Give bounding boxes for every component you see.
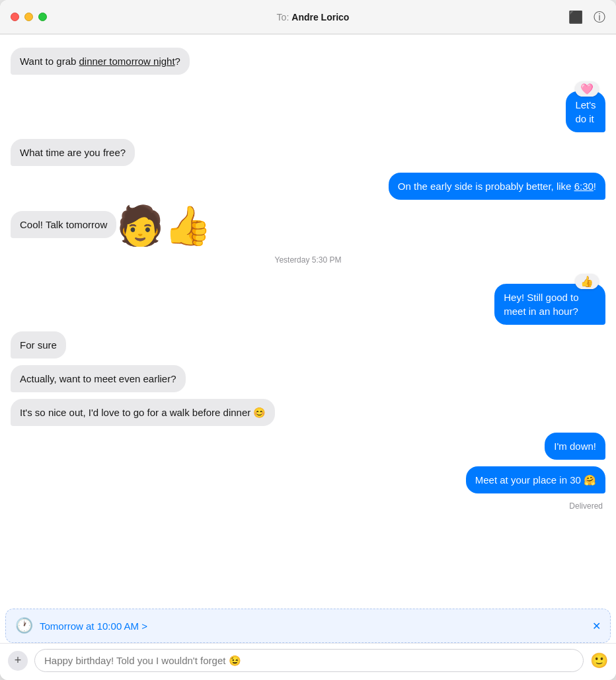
message-bubble: I'm down! <box>545 433 605 460</box>
traffic-lights <box>11 13 47 21</box>
fullscreen-button[interactable] <box>38 13 47 21</box>
message-row: Hey! Still good to meet in an hour? <box>435 284 605 325</box>
info-icon[interactable]: ⓘ <box>594 9 605 25</box>
emoji-picker-button[interactable]: 🙂 <box>590 652 608 669</box>
message-row: It's so nice out, I'd love to go for a w… <box>11 399 605 426</box>
message-bubble: It's so nice out, I'd love to go for a w… <box>11 399 275 426</box>
timestamp-divider: Yesterday 5:30 PM <box>11 255 605 265</box>
schedule-text[interactable]: Tomorrow at 10:00 AM > <box>40 620 586 632</box>
minimize-button[interactable] <box>24 13 33 21</box>
input-bar: + 🙂 <box>0 643 616 680</box>
message-bubble: Actually, want to meet even earlier? <box>11 365 186 392</box>
message-bubble: What time are you free? <box>11 139 135 166</box>
message-row: Want to grab dinner tomorrow night? <box>11 48 605 75</box>
memoji-message-area: Cool! Talk tomorrow 🧑👍 <box>11 206 605 238</box>
message-bubble: On the early side is probably better, li… <box>389 173 605 200</box>
message-input[interactable] <box>34 649 584 672</box>
message-bubble: Hey! Still good to meet in an hour? <box>494 284 605 325</box>
message-bubble: Let's do it <box>566 91 605 132</box>
titlebar-actions: ⬛ ⓘ <box>568 9 605 25</box>
reaction-tapback: 👍 <box>575 274 599 289</box>
message-bubble: Cool! Talk tomorrow <box>11 211 116 238</box>
message-row: Actually, want to meet even earlier? <box>11 365 605 392</box>
schedule-banner: 🕐 Tomorrow at 10:00 AM > ✕ <box>5 609 611 643</box>
close-button[interactable] <box>11 13 19 21</box>
titlebar: To: Andre Lorico ⬛ ⓘ <box>0 0 616 34</box>
titlebar-center: To: Andre Lorico <box>58 12 568 22</box>
message-row: On the early side is probably better, li… <box>11 173 605 200</box>
video-call-icon[interactable]: ⬛ <box>568 10 583 24</box>
message-row: I'm down! <box>11 433 605 460</box>
message-bubble: Want to grab dinner tomorrow night? <box>11 48 190 75</box>
messages-window: To: Andre Lorico ⬛ ⓘ Want to grab dinner… <box>0 0 616 680</box>
schedule-clock-icon: 🕐 <box>15 617 33 634</box>
delivered-label: Delivered <box>11 501 605 511</box>
message-row: Let's do it <box>545 91 605 132</box>
plus-icon: + <box>15 654 22 667</box>
to-label: To: <box>277 12 289 22</box>
message-bubble: For sure <box>11 331 66 359</box>
message-with-reaction: 🩷 Let's do it <box>11 81 605 135</box>
add-attachment-button[interactable]: + <box>8 651 28 671</box>
recipient-name: Andre Lorico <box>291 12 349 22</box>
message-bubble: Meet at your place in 30 🤗 <box>466 466 605 493</box>
reaction-tapback: 🩷 <box>575 81 599 97</box>
memoji-sticker: 🧑👍 <box>116 206 212 245</box>
message-row: For sure <box>11 331 605 359</box>
chat-area: Want to grab dinner tomorrow night? 🩷 Le… <box>0 34 616 603</box>
message-row: What time are you free? <box>11 139 605 166</box>
message-row: Meet at your place in 30 🤗 <box>11 466 605 493</box>
schedule-close-button[interactable]: ✕ <box>592 620 601 632</box>
message-with-reaction: 👍 Hey! Still good to meet in an hour? <box>11 274 605 327</box>
